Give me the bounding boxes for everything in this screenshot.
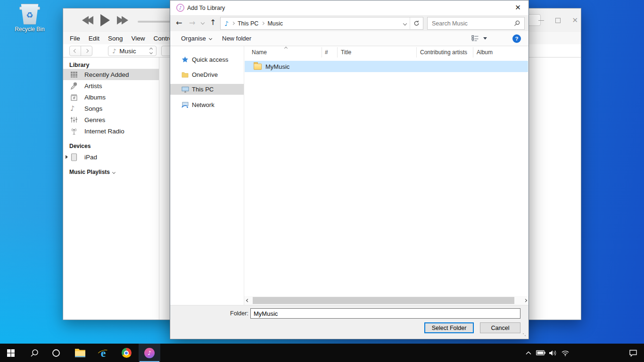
sidebar-item-recently-added[interactable]: Recently Added [63,69,159,80]
file-list-pane: Name # Title Contributing artists Album … [244,46,528,305]
dialog-sidebar: Quick access OneDrive This PC Network [170,46,244,305]
chrome-icon [122,348,132,358]
sidebar-item-label: OneDrive [192,71,218,78]
action-center-button[interactable] [627,344,639,362]
help-button[interactable]: ? [512,34,521,43]
expand-arrow-icon[interactable] [66,155,68,159]
itunes-taskbar-button[interactable]: ♪ [139,344,160,362]
scroll-right-icon[interactable] [522,299,528,302]
dialog-navbar: ← → ↑ ♪ This PC Music [170,15,528,31]
battery-indicator[interactable] [535,344,547,362]
sidebar-item-label: Quick access [192,56,228,63]
faders-icon [70,116,84,123]
media-type-picker[interactable]: ♪ Music [108,46,157,56]
file-explorer-icon [74,348,86,357]
star-icon [182,56,192,63]
breadcrumb-this-pc[interactable]: This PC [234,17,262,29]
column-number[interactable]: # [322,47,338,58]
new-folder-button[interactable]: New folder [222,35,251,42]
itunes-back-button[interactable] [69,46,81,56]
column-name[interactable]: Name [244,47,322,58]
folder-name-input[interactable] [250,308,520,319]
file-row-mymusic[interactable]: MyMusic [245,61,528,72]
column-title[interactable]: Title [338,47,417,58]
breadcrumb-music[interactable]: Music [264,17,286,29]
music-note-icon: ♪ [112,48,116,54]
scrollbar-thumb[interactable] [253,297,514,304]
album-icon [70,93,84,101]
monitor-icon [182,86,192,93]
sidebar-item-albums[interactable]: Albums [63,91,159,103]
search-input[interactable] [428,20,514,27]
tablet-icon [70,153,84,161]
column-contributing-artists[interactable]: Contributing artists [417,47,473,58]
file-explorer-button[interactable] [69,344,91,362]
details-view-icon [471,35,479,41]
folder-icon [254,64,262,70]
taskbar-search-button[interactable] [24,344,45,362]
add-to-library-dialog: ♪ Add To Library ✕ ← → ↑ ♪ This PC Music [170,0,529,339]
taskbar: e ♪ [0,344,644,362]
cortana-button[interactable] [45,344,67,362]
search-box[interactable] [427,17,525,30]
cancel-button[interactable]: Cancel [480,322,520,333]
maximize-icon[interactable] [555,18,561,23]
chrome-button[interactable] [116,344,137,362]
wifi-icon [561,350,570,356]
picker-spinner-icon [150,48,152,54]
menu-file[interactable]: File [70,35,80,42]
network-icon [182,102,192,108]
battery-icon [536,350,545,355]
resize-grip[interactable] [522,333,527,337]
sidebar-item-label: Recently Added [84,71,129,78]
hidden-icons-button[interactable] [522,344,535,362]
dialog-titlebar[interactable]: ♪ Add To Library ✕ [170,0,528,15]
recycle-bin-shortcut[interactable]: ♻ Recycle Bin [11,4,48,33]
next-track-icon[interactable] [117,16,128,25]
forward-icon[interactable]: → [189,19,195,27]
antenna-icon [70,127,84,135]
sidebar-item-internet-radio[interactable]: Internet Radio [63,125,159,137]
column-album[interactable]: Album [473,47,528,58]
microphone-icon [70,82,84,90]
sidebar-item-onedrive[interactable]: OneDrive [170,69,244,80]
itunes-sidebar: Library Recently Added Artists Albums ♪ … [63,58,159,320]
dialog-close-icon[interactable]: ✕ [507,0,528,15]
sidebar-item-this-pc[interactable]: This PC [170,84,244,95]
sidebar-item-label: Network [192,101,215,108]
music-playlists-header[interactable]: Music Playlists [69,169,115,175]
itunes-forward-button[interactable] [81,46,92,56]
close-icon[interactable]: ✕ [572,17,578,24]
menu-edit[interactable]: Edit [89,35,99,42]
scroll-left-icon[interactable] [244,299,251,302]
minimize-icon[interactable] [538,20,544,21]
sidebar-item-artists[interactable]: Artists [63,80,159,91]
sidebar-item-label: Genres [84,116,105,123]
internet-explorer-button[interactable]: e [92,344,114,362]
menu-song[interactable]: Song [108,35,123,42]
address-bar[interactable]: ♪ This PC Music [220,17,423,30]
itunes-icon: ♪ [144,348,155,358]
select-folder-button[interactable]: Select Folder [424,322,474,333]
refresh-icon[interactable] [410,17,423,29]
organise-menu[interactable]: Organise [181,35,212,42]
up-icon[interactable]: ↑ [210,19,216,26]
sidebar-item-genres[interactable]: Genres [63,114,159,125]
address-dropdown-icon[interactable] [400,17,410,29]
cortana-circle-icon [52,349,60,357]
play-icon[interactable] [100,14,110,28]
sidebar-item-network[interactable]: Network [170,99,244,110]
itunes-app-icon: ♪ [176,4,184,12]
sidebar-item-quick-access[interactable]: Quick access [170,54,244,65]
recent-locations-icon[interactable] [201,21,205,25]
sidebar-item-ipad[interactable]: iPad [63,151,159,163]
wifi-indicator[interactable] [559,344,571,362]
sidebar-item-songs[interactable]: ♪ Songs [63,103,159,114]
start-button[interactable] [0,344,22,362]
volume-indicator[interactable] [547,344,559,362]
view-options-button[interactable] [471,35,487,41]
back-icon[interactable]: ← [176,19,182,27]
menu-view[interactable]: View [132,35,145,42]
horizontal-scrollbar[interactable] [244,296,528,305]
previous-track-icon[interactable] [82,16,93,25]
